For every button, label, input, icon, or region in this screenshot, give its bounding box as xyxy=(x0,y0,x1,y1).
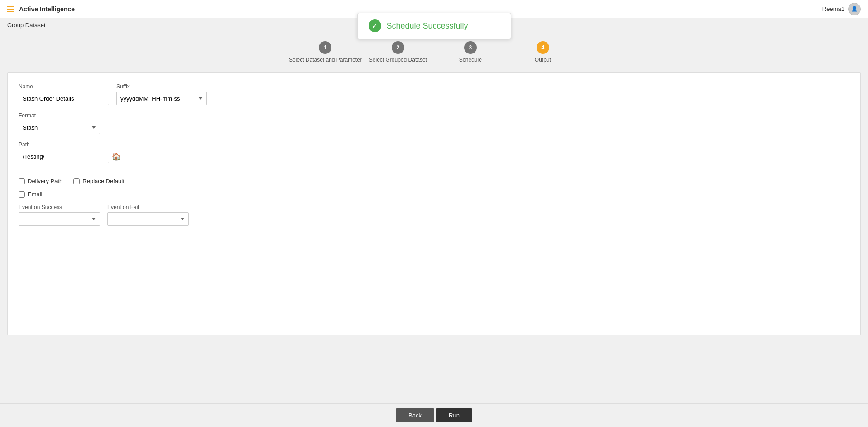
format-group: Format Stash CSV Excel PDF xyxy=(19,112,100,134)
name-group: Name xyxy=(19,83,109,105)
delivery-replace-row: Delivery Path Replace Default xyxy=(19,178,849,184)
email-checkbox-item: Email xyxy=(19,191,43,198)
step-1-label: Select Dataset and Parameter xyxy=(289,57,362,63)
step-1: 1 Select Dataset and Parameter xyxy=(289,41,362,63)
format-label: Format xyxy=(19,112,100,119)
name-input[interactable] xyxy=(19,92,109,105)
step-2: 2 Select Grouped Dataset xyxy=(362,41,434,63)
main-content: 1 Select Dataset and Parameter 2 Select … xyxy=(0,32,868,362)
path-input[interactable] xyxy=(19,150,109,163)
event-row: Event on Success Event on Fail xyxy=(19,204,849,226)
suffix-group: Suffix yyyyddMM_HH-mm-ss yyyyMMdd HH-mm-… xyxy=(116,83,207,105)
event-success-label: Event on Success xyxy=(19,204,100,210)
path-label: Path xyxy=(19,141,849,148)
delivery-path-checkbox[interactable] xyxy=(19,178,25,184)
run-button[interactable]: Run xyxy=(436,408,472,422)
toast-check-icon: ✓ xyxy=(369,19,381,32)
format-select[interactable]: Stash CSV Excel PDF xyxy=(19,121,100,134)
suffix-label: Suffix xyxy=(116,83,207,90)
path-input-row: 🏠 xyxy=(19,150,849,163)
format-row: Format Stash CSV Excel PDF xyxy=(19,112,849,134)
step-2-circle: 2 xyxy=(392,41,404,54)
step-3: 3 Schedule xyxy=(434,41,507,63)
app-title: Active Intelligence xyxy=(19,5,75,13)
step-4-circle: 4 xyxy=(537,41,549,54)
user-avatar: 👤 xyxy=(848,3,861,15)
user-name: Reema1 xyxy=(822,5,844,12)
suffix-select[interactable]: yyyyddMM_HH-mm-ss yyyyMMdd HH-mm-ss none xyxy=(116,92,207,105)
step-4-label: Output xyxy=(535,57,551,63)
name-suffix-row: Name Suffix yyyyddMM_HH-mm-ss yyyyMMdd H… xyxy=(19,83,849,105)
name-label: Name xyxy=(19,83,109,90)
step-3-circle: 3 xyxy=(464,41,477,54)
home-icon[interactable]: 🏠 xyxy=(112,152,121,161)
event-fail-group: Event on Fail xyxy=(107,204,189,226)
delivery-path-label: Delivery Path xyxy=(28,178,62,184)
toast-notification: ✓ Schedule Successfully xyxy=(357,13,511,39)
event-fail-label: Event on Fail xyxy=(107,204,189,210)
step-3-label: Schedule xyxy=(459,57,482,63)
replace-default-checkbox[interactable] xyxy=(73,178,80,184)
stepper: 1 Select Dataset and Parameter 2 Select … xyxy=(7,37,861,63)
topbar-left: Active Intelligence xyxy=(7,5,75,13)
email-label: Email xyxy=(28,191,43,198)
event-success-select[interactable] xyxy=(19,212,100,226)
hamburger-icon[interactable] xyxy=(7,6,14,12)
bottom-bar: Back Run xyxy=(0,403,868,427)
topbar-right: Reema1 👤 xyxy=(822,3,861,15)
event-fail-select[interactable] xyxy=(107,212,189,226)
replace-default-label: Replace Default xyxy=(82,178,125,184)
back-button[interactable]: Back xyxy=(396,408,434,422)
step-4: 4 Output xyxy=(507,41,579,63)
toast-message: Schedule Successfully xyxy=(387,21,468,31)
replace-default-checkbox-item: Replace Default xyxy=(73,178,125,184)
email-row: Email xyxy=(19,191,849,198)
email-checkbox[interactable] xyxy=(19,191,25,198)
form-card: Name Suffix yyyyddMM_HH-mm-ss yyyyMMdd H… xyxy=(7,72,861,335)
event-success-group: Event on Success xyxy=(19,204,100,226)
path-group: Path 🏠 xyxy=(19,141,849,170)
delivery-path-checkbox-item: Delivery Path xyxy=(19,178,62,184)
step-2-label: Select Grouped Dataset xyxy=(369,57,427,63)
step-1-circle: 1 xyxy=(319,41,331,54)
